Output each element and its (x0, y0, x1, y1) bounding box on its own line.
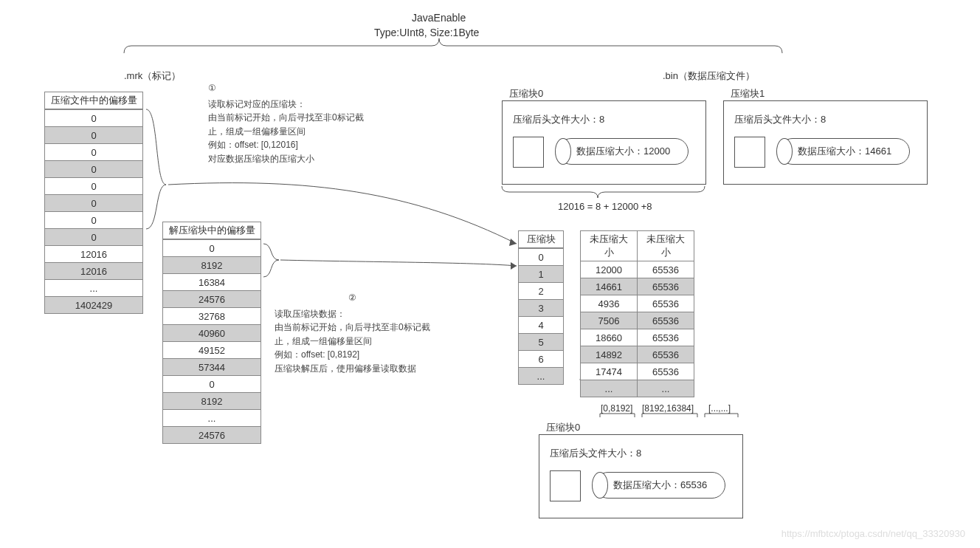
cell: 0 (45, 229, 143, 246)
block1-label: 压缩块1 (731, 87, 765, 100)
svg-marker-1 (511, 262, 517, 270)
block0-datasize: 数据压缩大小：12000 (558, 138, 689, 165)
sizes-header-cell: 未压缩大小 (638, 231, 694, 261)
step2-l2: 由当前标记开始，向后寻找至非0标记截 (275, 321, 430, 335)
cell: 8192 (163, 257, 261, 274)
block1-headsize: 压缩后头文件大小：8 (734, 113, 826, 126)
block1-box: 压缩后头文件大小：8 数据压缩大小：14661 (723, 100, 928, 185)
step2-l1: 读取压缩块数据： (275, 307, 430, 321)
offsets-header: 压缩文件中的偏移量 (44, 92, 143, 109)
cell: 4936 (581, 295, 638, 312)
svg-marker-0 (509, 239, 517, 246)
cell: 1402429 (45, 297, 143, 314)
cell: 3 (519, 300, 564, 317)
decompress-header: 解压缩块中的偏移量 (162, 222, 261, 239)
cell: 65536 (638, 363, 694, 380)
cell: 6 (519, 351, 564, 368)
cell: 0 (45, 178, 143, 195)
subtitle: Type:UInt8, Size:1Byte (374, 27, 479, 38)
cell: 65536 (638, 278, 694, 295)
cell: 65536 (638, 329, 694, 346)
step1-l1: 读取标记对应的压缩块： (208, 97, 364, 112)
cell: 57344 (163, 359, 261, 376)
compress-idx-table: 压缩块 0123456... (518, 230, 564, 385)
cell: 40960 (163, 325, 261, 342)
formula: 12016 = 8 + 12000 +8 (558, 201, 652, 212)
cell: 12016 (45, 263, 143, 280)
cell: 65536 (638, 312, 694, 329)
cell: 12000 (581, 261, 638, 278)
step1-l5: 对应数据压缩块的压缩大小 (208, 152, 364, 166)
block0b-ellipse (592, 472, 608, 499)
cell: 1 (519, 266, 564, 283)
cell: 5 (519, 334, 564, 351)
step2-l3: 止，组成一组偏移量区间 (275, 335, 430, 349)
cell: 0 (519, 249, 564, 266)
cell: 0 (45, 161, 143, 178)
cell: ... (519, 368, 564, 385)
cell: 0 (163, 376, 261, 393)
cell: 0 (45, 110, 143, 127)
block0b-box: 压缩后头文件大小：8 数据压缩大小：65536 (539, 434, 743, 518)
block0-box: 压缩后头文件大小：8 数据压缩大小：12000 (502, 100, 706, 185)
cell: ... (638, 380, 694, 397)
cell: 2 (519, 283, 564, 300)
block1-square (734, 137, 765, 168)
step2-box: ② 读取压缩块数据： 由当前标记开始，向后寻找至非0标记截 止，组成一组偏移量区… (275, 291, 430, 376)
cell: 16384 (163, 274, 261, 291)
cell: 18660 (581, 329, 638, 346)
bin-label: .bin（数据压缩文件） (663, 69, 755, 83)
cell: 4 (519, 317, 564, 334)
range-2: [8192,16384] (642, 403, 694, 414)
cell: 0 (45, 127, 143, 144)
cell: 7506 (581, 312, 638, 329)
range-3: [...,...] (708, 403, 731, 414)
offsets-table: 压缩文件中的偏移量 000000001201612016...1402429 (44, 92, 143, 314)
cell: ... (163, 410, 261, 427)
block0b-datasize: 数据压缩大小：65536 (595, 472, 725, 499)
step2-num: ② (348, 292, 356, 303)
block0-label: 压缩块0 (509, 87, 543, 100)
cell: ... (581, 380, 638, 397)
compress-idx-header: 压缩块 (518, 230, 564, 248)
block0b-square (550, 470, 581, 501)
block1-ellipse (776, 138, 793, 165)
cell: 65536 (638, 295, 694, 312)
block0-ellipse (555, 138, 571, 165)
cell: 0 (45, 144, 143, 161)
step1-l2: 由当前标记开始，向后寻找至非0标记截 (208, 111, 364, 125)
step1-l4: 例如：offset: [0,12016] (208, 138, 364, 152)
cell: 32768 (163, 308, 261, 325)
cell: 14661 (581, 278, 638, 295)
decompress-table: 解压缩块中的偏移量 081921638424576327684096049152… (162, 222, 261, 444)
cell: 65536 (638, 346, 694, 363)
title: JavaEnable (412, 12, 466, 24)
step1-num: ① (208, 83, 216, 93)
block0-square (513, 137, 544, 168)
cell: 17474 (581, 363, 638, 380)
cell: 12016 (45, 246, 143, 263)
step1-l3: 止，组成一组偏移量区间 (208, 125, 364, 139)
cell: 24576 (163, 427, 261, 444)
watermark: https://mfbtcx/ptoga.csdn/net/qq_3332093… (781, 528, 965, 539)
sizes-table: 未压缩大小未压缩大小120006553614661655364936655367… (580, 230, 694, 397)
cell: 14892 (581, 346, 638, 363)
block0-headsize: 压缩后头文件大小：8 (513, 113, 604, 126)
cell: 0 (45, 212, 143, 229)
cell: ... (45, 280, 143, 297)
block0b-label: 压缩块0 (546, 421, 580, 434)
range-1: [0,8192] (601, 403, 632, 414)
step1-box: ① 读取标记对应的压缩块： 由当前标记开始，向后寻找至非0标记截 止，组成一组偏… (208, 81, 364, 166)
block1-datasize: 数据压缩大小：14661 (779, 138, 910, 165)
cell: 0 (45, 195, 143, 212)
cell: 65536 (638, 261, 694, 278)
cell: 24576 (163, 291, 261, 308)
cell: 49152 (163, 342, 261, 359)
cell: 0 (163, 240, 261, 257)
step2-l4: 例如：offset: [0,8192] (275, 348, 430, 362)
mrk-label: .mrk（标记） (124, 69, 181, 83)
step2-l5: 压缩块解压后，使用偏移量读取数据 (275, 362, 430, 376)
block0b-headsize: 压缩后头文件大小：8 (550, 447, 641, 460)
sizes-header-cell: 未压缩大小 (581, 231, 638, 261)
cell: 8192 (163, 393, 261, 410)
